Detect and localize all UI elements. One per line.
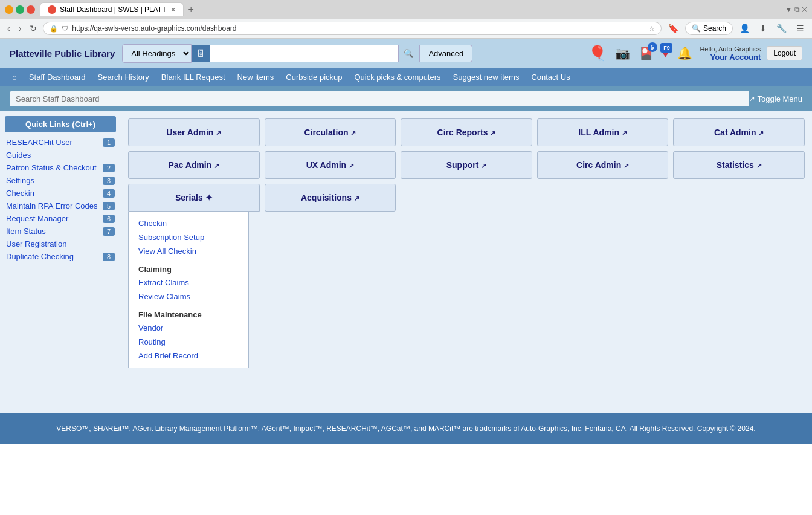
sidebar-badge-checkin: 4: [103, 189, 115, 198]
bell-icon: 🔔: [677, 46, 692, 60]
ux-admin-button[interactable]: UX Admin ↗: [265, 151, 396, 179]
support-button[interactable]: Support ↗: [401, 151, 532, 179]
panel-item-checkin[interactable]: Checkin: [129, 216, 248, 230]
user-admin-button[interactable]: User Admin ↗: [128, 118, 260, 146]
panel-item-add-brief-record[interactable]: Add Brief Record: [129, 349, 248, 363]
cat-admin-button[interactable]: Cat Admin ↗: [673, 118, 805, 146]
browser-titlebar: Staff Dashboard | SWLS | PLATT ✕ + ▼ ⧉ ✕: [0, 0, 812, 19]
panel-item-vendor[interactable]: Vendor: [129, 321, 248, 335]
panel-item-routing[interactable]: Routing: [129, 335, 248, 349]
footer-text: VERSO™, SHAREit™, AGent Library Manageme…: [56, 424, 755, 433]
download-icon[interactable]: ⬇: [756, 22, 770, 35]
browser-tab[interactable]: Staff Dashboard | SWLS | PLATT ✕: [40, 2, 184, 16]
panel-item-review-claims[interactable]: Review Claims: [129, 290, 248, 303]
balloon-icon-button[interactable]: 🎈: [587, 44, 608, 63]
nav-curbside[interactable]: Curbside pickup: [280, 68, 348, 86]
serials-container: Serials ✦ Checkin Subscription Setup Vie…: [128, 184, 260, 368]
panel-item-subscription-setup[interactable]: Subscription Setup: [129, 230, 248, 244]
heart-icon-button[interactable]: ♥ F9: [661, 45, 671, 62]
sidebar-label-patron-status: Patron Status & Checkout: [6, 163, 97, 172]
panel-item-extract-claims[interactable]: Extract Claims: [129, 276, 248, 290]
sidebar-item-maintain-rpa[interactable]: Maintain RPA Error Codes 5: [5, 199, 116, 212]
serials-button[interactable]: Serials ✦: [128, 184, 260, 212]
cat-admin-label: Cat Admin: [714, 128, 756, 137]
tab-close-icon[interactable]: ✕: [170, 6, 176, 14]
nav-contact[interactable]: Contact Us: [525, 68, 576, 86]
acquisitions-icon: ↗: [354, 195, 359, 202]
search-input[interactable]: [210, 45, 399, 62]
pac-admin-button[interactable]: Pac Admin ↗: [128, 151, 260, 179]
ill-admin-button[interactable]: ILL Admin ↗: [537, 118, 669, 146]
account-link[interactable]: Your Account: [700, 53, 761, 62]
maximize-button[interactable]: [16, 5, 24, 14]
browser-chrome: Staff Dashboard | SWLS | PLATT ✕ + ▼ ⧉ ✕…: [0, 0, 812, 39]
sidebar-item-checkin[interactable]: Checkin 4: [5, 187, 116, 199]
reload-button[interactable]: ↻: [27, 21, 39, 36]
support-icon: ↗: [481, 162, 486, 169]
window-controls-right: ▼ ⧉ ✕: [785, 5, 807, 14]
camera-icon: 📷: [615, 46, 630, 60]
nav-new-items[interactable]: New items: [231, 68, 280, 86]
add-tab-button[interactable]: +: [188, 4, 194, 15]
extension-icon[interactable]: 🔧: [773, 22, 790, 35]
dashboard-search-input[interactable]: [10, 91, 749, 106]
close-button[interactable]: [27, 5, 35, 14]
nav-blank-ill[interactable]: Blank ILL Request: [155, 68, 231, 86]
sidebar-label-settings: Settings: [6, 176, 34, 185]
sidebar-item-researchit[interactable]: RESEARCHit User 1: [5, 136, 116, 149]
menu-button[interactable]: ☰: [793, 22, 807, 35]
sidebar-item-user-registration[interactable]: User Registration: [5, 238, 116, 250]
statistics-button[interactable]: Statistics ↗: [673, 151, 805, 179]
file-maintenance-header: File Maintenance: [129, 306, 248, 321]
back-button[interactable]: ‹: [5, 21, 13, 36]
circulation-button[interactable]: Circulation ↗: [265, 118, 396, 146]
search-button[interactable]: 🔍: [399, 45, 419, 62]
sidebar-item-request-manager[interactable]: Request Manager 6: [5, 212, 116, 225]
circ-admin-icon: ↗: [624, 162, 629, 169]
lock-icon: 🔒: [50, 25, 58, 33]
cards-icon-button[interactable]: 🎴 5: [637, 45, 655, 62]
sidebar-label-item-status: Item Status: [6, 227, 46, 236]
bookmark-button[interactable]: 🔖: [665, 22, 682, 35]
url-bar[interactable]: 🔒 🛡 https://qa-swls-verso.auto-graphics.…: [43, 22, 662, 35]
nav-suggest[interactable]: Suggest new items: [447, 68, 526, 86]
search-type-dropdown[interactable]: All Headings: [122, 44, 192, 63]
circ-reports-button[interactable]: Circ Reports ↗: [401, 118, 532, 146]
sidebar-badge-item-status: 7: [103, 227, 115, 236]
nav-staff-dashboard[interactable]: Staff Dashboard: [23, 68, 92, 86]
firefox-account-icon[interactable]: 👤: [736, 22, 753, 35]
sidebar-item-patron-status[interactable]: Patron Status & Checkout 2: [5, 161, 116, 174]
url-text: https://qa-swls-verso.auto-graphics.com/…: [72, 24, 645, 33]
app-logo: Platteville Public Library: [10, 48, 115, 59]
admin-icon-button[interactable]: 📷: [614, 45, 631, 62]
search-icon: 🔍: [692, 24, 701, 33]
minimize-button[interactable]: [5, 5, 13, 14]
bell-icon-button[interactable]: 🔔: [676, 45, 694, 62]
circ-admin-button[interactable]: Circ Admin ↗: [537, 151, 669, 179]
panel-item-view-all-checkin[interactable]: View All Checkin: [129, 244, 248, 258]
tab-title: Staff Dashboard | SWLS | PLATT: [60, 5, 167, 14]
sidebar-badge-researchit: 1: [103, 138, 115, 147]
database-icon[interactable]: 🗄: [192, 45, 210, 62]
nav-home-link[interactable]: ⌂: [6, 68, 23, 86]
search-box: All Headings 🗄 🔍 Advanced: [122, 44, 472, 63]
sidebar-item-item-status[interactable]: Item Status 7: [5, 225, 116, 238]
sidebar-item-settings[interactable]: Settings 3: [5, 174, 116, 187]
browser-search-bar[interactable]: 🔍 Search: [685, 22, 733, 35]
nav-search-history[interactable]: Search History: [92, 68, 155, 86]
nav-quick-picks[interactable]: Quick picks & computers: [349, 68, 447, 86]
serials-label: Serials: [175, 193, 203, 202]
sidebar-item-duplicate-checking[interactable]: Duplicate Checking 8: [5, 250, 116, 263]
acquisitions-button[interactable]: Acquisitions ↗: [265, 184, 396, 212]
sidebar-label-researchit: RESEARCHit User: [6, 138, 72, 147]
toggle-menu-button[interactable]: ↗ Toggle Menu: [749, 94, 802, 103]
star-icon[interactable]: ☆: [649, 25, 655, 33]
advanced-button[interactable]: Advanced: [419, 45, 472, 62]
nav-bar: ⌂ Staff Dashboard Search History Blank I…: [0, 68, 812, 86]
circulation-icon: ↗: [350, 129, 356, 137]
logout-button[interactable]: Logout: [767, 46, 802, 60]
forward-button[interactable]: ›: [16, 21, 24, 36]
serials-panel: Checkin Subscription Setup View All Chec…: [128, 212, 249, 368]
support-label: Support: [446, 160, 479, 170]
sidebar-item-guides[interactable]: Guides: [5, 149, 116, 161]
